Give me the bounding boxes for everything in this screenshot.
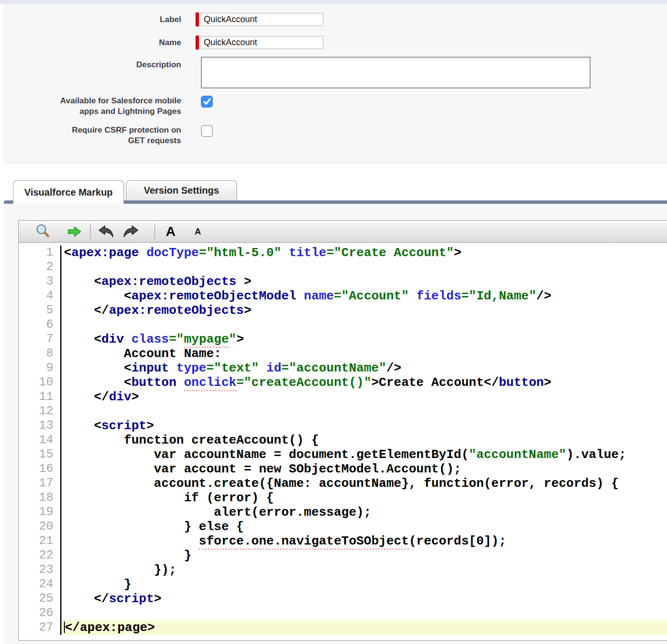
code-line[interactable]: 22 } xyxy=(19,548,667,563)
line-number: 24 xyxy=(19,577,62,592)
code-text: </div> xyxy=(62,390,667,404)
tab-version-settings[interactable]: Version Settings xyxy=(126,180,237,200)
label-input[interactable] xyxy=(200,13,323,26)
line-number: 4 xyxy=(19,289,62,303)
line-number: 10 xyxy=(19,375,62,390)
check-icon xyxy=(202,97,212,107)
line-number: 8 xyxy=(19,347,62,361)
code-line[interactable]: 5 </apex:remoteObjects> xyxy=(19,303,667,318)
code-line[interactable]: 15 var accountName = document.getElement… xyxy=(19,447,667,462)
code-line[interactable]: 13 <script> xyxy=(19,419,667,433)
editor-toolbar: A A xyxy=(19,221,667,243)
code-text: sforce.one.navigateToSObject(records[0])… xyxy=(62,534,667,548)
code-text: </script> xyxy=(62,592,667,606)
code-line[interactable]: 14 function createAccount() { xyxy=(19,433,667,447)
code-line[interactable]: 19 alert(error.message); xyxy=(19,505,667,520)
code-text: } xyxy=(62,548,667,563)
code-line[interactable]: 12 xyxy=(19,404,667,419)
spellcheck-squiggle: sforce.one.navigateToSObject xyxy=(199,534,409,550)
code-line[interactable]: 25 </script> xyxy=(19,592,667,606)
code-text: <button onclick="createAccount()">Create… xyxy=(62,375,667,390)
line-number: 16 xyxy=(19,462,62,476)
code-line[interactable]: 9 <input type="text" id="accountName"/> xyxy=(19,361,667,375)
code-line[interactable]: 23 }); xyxy=(19,563,667,577)
code-line[interactable]: 24 } xyxy=(19,577,667,592)
line-number: 26 xyxy=(19,606,62,620)
line-number: 20 xyxy=(19,520,62,534)
label-field-label: Label xyxy=(4,14,181,25)
toolbar-separator xyxy=(154,224,155,239)
code-line[interactable]: 10 <button onclick="createAccount()">Cre… xyxy=(19,375,667,390)
code-text: <apex:remoteObjects > xyxy=(62,274,667,289)
code-text: <script> xyxy=(62,419,667,433)
code-line[interactable]: 18 if (error) { xyxy=(19,491,667,505)
code-text: <apex:remoteObjectModel name="Account" f… xyxy=(62,289,667,303)
code-line[interactable]: 1<apex:page docType="html-5.0" title="Cr… xyxy=(19,246,667,260)
mobile-checkbox-row: Available for Salesforce mobile apps and… xyxy=(4,96,667,117)
decrease-font-icon[interactable]: A xyxy=(195,227,201,236)
code-text xyxy=(62,404,667,419)
code-text: }); xyxy=(62,563,667,577)
required-indicator xyxy=(196,36,199,50)
line-number: 2 xyxy=(19,260,62,274)
undo-icon[interactable] xyxy=(97,225,114,238)
line-number: 27 xyxy=(19,620,62,635)
name-input[interactable] xyxy=(200,36,323,49)
code-line[interactable]: 4 <apex:remoteObjectModel name="Account"… xyxy=(19,289,667,303)
toolbar-separator xyxy=(90,224,91,239)
code-line[interactable]: 7 <div class="mypage"> xyxy=(19,332,667,347)
tab-visualforce-markup[interactable]: Visualforce Markup xyxy=(13,180,124,204)
code-line[interactable]: 3 <apex:remoteObjects > xyxy=(19,274,667,289)
name-field-label: Name xyxy=(4,37,181,48)
code-line[interactable]: 27</apex:page> xyxy=(19,620,667,635)
code-text: } else { xyxy=(62,520,667,534)
line-number: 1 xyxy=(19,246,62,260)
description-textarea[interactable] xyxy=(201,57,591,88)
description-field-label: Description xyxy=(4,57,181,70)
code-text: <apex:page docType="html-5.0" title="Cre… xyxy=(62,246,667,260)
spellcheck-squiggle: mypage xyxy=(184,332,229,348)
line-number: 9 xyxy=(19,361,62,375)
line-number: 22 xyxy=(19,548,62,563)
code-text: </apex:remoteObjects> xyxy=(62,303,667,318)
label-field-row: Label xyxy=(4,12,667,26)
redo-icon[interactable] xyxy=(123,225,140,238)
code-area[interactable]: 1<apex:page docType="html-5.0" title="Cr… xyxy=(19,243,667,640)
required-indicator xyxy=(196,12,199,26)
increase-font-icon[interactable]: A xyxy=(166,225,175,238)
code-line[interactable]: 26 xyxy=(19,606,667,620)
mobile-checkbox[interactable] xyxy=(201,96,213,108)
description-field-row: Description xyxy=(4,57,667,88)
code-line[interactable]: 2 xyxy=(19,260,667,274)
code-text: } xyxy=(62,577,667,592)
csrf-checkbox-label: Require CSRF protection on GET requests xyxy=(4,125,181,146)
csrf-checkbox-row: Require CSRF protection on GET requests xyxy=(4,125,667,146)
code-line[interactable]: 20 } else { xyxy=(19,520,667,534)
line-number: 5 xyxy=(19,303,62,318)
code-line[interactable]: 6 xyxy=(19,318,667,332)
name-field-row: Name xyxy=(4,36,667,50)
code-text: Account Name: xyxy=(62,347,667,361)
search-icon[interactable] xyxy=(35,223,51,240)
code-line[interactable]: 8 Account Name: xyxy=(19,347,667,361)
code-line[interactable]: 21 sforce.one.navigateToSObject(records[… xyxy=(19,534,667,548)
csrf-checkbox[interactable] xyxy=(201,125,213,137)
code-line[interactable]: 11 </div> xyxy=(19,390,667,404)
code-text: </apex:page> xyxy=(62,620,667,635)
code-lines: 1<apex:page docType="html-5.0" title="Cr… xyxy=(19,246,667,635)
code-text: if (error) { xyxy=(62,491,667,505)
line-number: 23 xyxy=(19,563,62,577)
line-number: 25 xyxy=(19,592,62,606)
code-text: alert(error.message); xyxy=(62,505,667,520)
markup-editor-panel: A A 1<apex:page docType="html-5.0" title… xyxy=(4,204,667,644)
line-number: 19 xyxy=(19,505,62,520)
line-number: 13 xyxy=(19,419,62,433)
line-number: 18 xyxy=(19,491,62,505)
code-line[interactable]: 17 account.create({Name: accountName}, f… xyxy=(19,476,667,491)
line-number: 21 xyxy=(19,534,62,548)
line-number: 11 xyxy=(19,390,62,404)
tab-label: Version Settings xyxy=(144,185,219,196)
go-to-line-icon[interactable] xyxy=(67,225,82,238)
code-line[interactable]: 16 var account = new SObjectModel.Accoun… xyxy=(19,462,667,476)
code-text: <input type="text" id="accountName"/> xyxy=(62,361,667,375)
